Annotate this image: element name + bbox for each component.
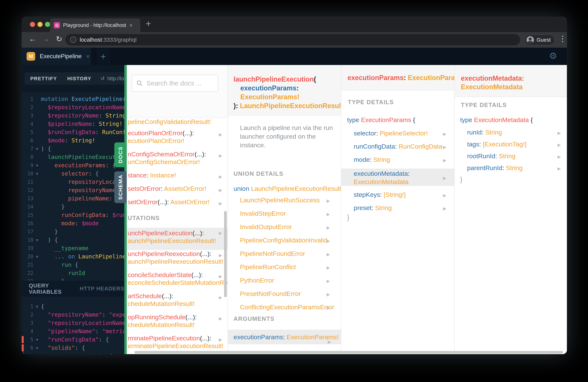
prettify-button[interactable]: PRETTIFY <box>25 72 63 85</box>
type-field-row[interactable]: preset: String▶ <box>341 204 454 217</box>
code-line[interactable]: 2 "repositoryName": "experiments", <box>22 311 124 319</box>
traffic-close-icon[interactable] <box>30 22 35 27</box>
type-field-row[interactable]: runConfigData: RunConfigData▶ <box>341 142 454 155</box>
type-field-row[interactable]: runId: String▶ <box>455 128 567 140</box>
type-field-row[interactable]: rootRunId: String▶ <box>455 152 567 164</box>
code-line[interactable]: 4 $pipelineName: String! <box>22 120 124 128</box>
code-line[interactable]: 15 runConfigData: $runConfigData <box>22 211 124 219</box>
union-member-row[interactable]: PresetNotFoundError▶ <box>228 290 341 303</box>
code-line[interactable]: 11 repositoryLocationName: $repositoryLo… <box>22 178 124 186</box>
docs-side-tab[interactable]: DOCS <box>114 142 127 167</box>
fold-arrow-icon[interactable]: ▼ <box>33 352 41 354</box>
site-info-icon[interactable]: i <box>70 37 76 43</box>
union-member-row[interactable]: PipelineNotFoundError▶ <box>228 249 341 263</box>
query-editor-panel[interactable]: PRETTIFY HISTORY ↺ http://loc 1mutation … <box>22 65 124 354</box>
union-member-row[interactable]: PythonError▶ <box>228 276 341 290</box>
fold-arrow-icon[interactable]: ▼ <box>33 302 41 311</box>
traffic-minimize-icon[interactable] <box>38 22 42 27</box>
fold-arrow-icon[interactable]: ▼ <box>33 236 41 244</box>
docs-list-item[interactable]: nConfigSchemaOrError(...):unConfigSchema… <box>127 150 228 171</box>
type-field-row[interactable]: stepKeys: [String!]▶ <box>341 191 454 204</box>
code-line[interactable]: 6 $mode: String! <box>22 136 124 145</box>
code-line[interactable]: 22 runId <box>22 269 124 277</box>
type-field-row[interactable]: executionMetadata:ExecutionMetadata▶ <box>341 169 454 186</box>
docs-list-item[interactable]: ecutionPlanOrError(...):ecutionPlanOrErr… <box>127 129 228 150</box>
history-button[interactable]: HISTORY <box>62 72 97 85</box>
union-member-row[interactable]: ConflictingExecutionParamsError▶ <box>228 303 341 316</box>
browser-menu-icon[interactable]: ⋮ <box>559 34 566 43</box>
playground-new-tab-button[interactable]: + <box>97 48 110 65</box>
code-line[interactable]: 5▼ "runConfigData": { <box>22 336 124 344</box>
tab-close-icon[interactable]: × <box>129 22 133 28</box>
type-field-row[interactable]: mode: String▶ <box>341 155 454 169</box>
fold-arrow-icon[interactable]: ▼ <box>33 170 41 178</box>
playground-tab-close-icon[interactable]: × <box>86 53 90 60</box>
docs-list-item[interactable]: artSchedule(...):cheduleMutationResult!▶ <box>127 292 228 313</box>
fold-arrow-icon[interactable]: ▼ <box>33 344 41 352</box>
code-line[interactable]: 2 $repositoryLocationName: String! <box>22 103 124 111</box>
argument-row[interactable]: executionParams: ExecutionParams! ▶ <box>228 330 341 344</box>
code-line[interactable]: 10▼ selector: { <box>22 170 124 178</box>
docs-list-item[interactable]: concileSchedulerState(...):econcileSched… <box>127 271 228 292</box>
code-line[interactable]: 19 __typename <box>22 244 124 253</box>
docs-horizontal-scrollbar[interactable] <box>134 351 563 354</box>
code-line[interactable]: 12 repositoryName: $repositoryName <box>22 186 124 194</box>
code-line[interactable]: 5 $runConfigData: RunConfigData <box>22 128 124 136</box>
code-line[interactable]: 7▼ "save_metrics": { <box>22 352 124 354</box>
code-line[interactable]: 1mutation ExecutePipeline( <box>22 95 124 103</box>
query-editor-code[interactable]: 1mutation ExecutePipeline(2 $repositoryL… <box>22 95 124 286</box>
docs-list-vertical-scrollbar[interactable] <box>224 211 227 297</box>
code-line[interactable]: 21 run { <box>22 261 124 269</box>
browser-tab[interactable]: Playground - http://localhost:3 × <box>50 19 140 32</box>
code-line[interactable]: 7▼) { <box>22 145 124 153</box>
code-line[interactable]: 18▼ ) { <box>22 236 124 244</box>
tab-http-headers[interactable]: HTTP HEADERS <box>80 286 124 292</box>
code-line[interactable]: 20▼ ... on LaunchPipelineRunSuccess { <box>22 253 124 261</box>
fold-arrow-icon[interactable]: ▼ <box>33 145 41 153</box>
code-line[interactable]: 3 $repositoryName: String! <box>22 111 124 120</box>
docs-search-input[interactable]: Search the docs ... <box>132 75 218 92</box>
fold-arrow-icon[interactable]: ▼ <box>33 253 41 261</box>
docs-list-item[interactable]: setsOrError: AssetsOrError!▶ <box>127 185 228 198</box>
docs-list-item[interactable]: setOrError(...): AssetOrError!▶ <box>127 198 228 212</box>
profile-button[interactable]: Guest <box>524 35 555 45</box>
code-line[interactable]: 17 } <box>22 228 124 236</box>
docs-list-item[interactable]: pelineConfigValidationResult! <box>127 118 228 129</box>
traffic-maximize-icon[interactable] <box>45 22 50 27</box>
type-field-row[interactable]: tags: [ExecutionTag!]▶ <box>455 140 567 152</box>
union-member-row[interactable]: PipelineConfigValidationInvalid▶ <box>228 236 341 249</box>
settings-gear-icon[interactable]: ⚙ <box>549 51 557 61</box>
union-member-row[interactable]: LaunchPipelineRunSuccess▶ <box>228 196 341 209</box>
docs-list-item[interactable]: opRunningSchedule(...):cheduleMutationRe… <box>127 313 228 334</box>
code-line[interactable]: 13 pipelineName: $pipelineName <box>22 194 124 203</box>
union-member-row[interactable]: PipelineRunConflict▶ <box>228 263 341 276</box>
code-line[interactable]: 4 "pipelineName": "metrics_pipeline", <box>22 327 124 336</box>
union-member-row[interactable]: InvalidStepError▶ <box>228 209 341 223</box>
code-line[interactable]: 9▼ executionParams: { <box>22 161 124 170</box>
new-tab-button[interactable]: + <box>146 18 151 29</box>
tab-query-variables[interactable]: QUERY VARIABLES <box>29 282 66 295</box>
union-member-row[interactable]: InvalidOutputError▶ <box>228 223 341 236</box>
code-line[interactable]: 16 mode: $mode <box>22 219 124 228</box>
address-bar[interactable]: i localhost:3333/graphql <box>65 34 520 45</box>
schema-side-tab[interactable]: SCHEMA <box>114 171 127 203</box>
code-line[interactable]: 14 } <box>22 203 124 211</box>
docs-list-item[interactable]: stance: Instance!▶ <box>127 171 228 185</box>
query-variables-editor[interactable]: 1▼{2 "repositoryName": "experiments",3 "… <box>22 302 124 354</box>
docs-list-item[interactable]: unchPipelineReexecution(...):aunchPipeli… <box>127 250 228 271</box>
forward-button[interactable]: → <box>42 35 50 43</box>
code-line[interactable]: 1▼{ <box>22 302 124 311</box>
fold-arrow-icon[interactable]: ▼ <box>33 161 41 170</box>
code-line[interactable]: 8 launchPipelineExecution( <box>22 153 124 161</box>
code-line[interactable]: 3 "repositoryLocationName": "local", <box>22 319 124 327</box>
playground-tab[interactable]: M ExecutePipeline × <box>22 48 91 65</box>
endpoint-url-input[interactable]: ↺ http://loc <box>97 72 124 85</box>
endpoint-reload-icon[interactable]: ↺ <box>100 76 105 82</box>
docs-list-item[interactable]: unchPipelineExecution(...):aunchPipeline… <box>127 228 228 250</box>
reload-button[interactable]: ↻ <box>56 35 62 43</box>
fold-arrow-icon[interactable]: ▼ <box>33 336 41 344</box>
back-button[interactable]: ← <box>29 35 36 43</box>
type-field-row[interactable]: selector: PipelineSelector!▶ <box>341 129 454 142</box>
type-field-row[interactable]: parentRunId: String▶ <box>455 164 567 175</box>
code-line[interactable]: 6▼ "solids": { <box>22 344 124 352</box>
